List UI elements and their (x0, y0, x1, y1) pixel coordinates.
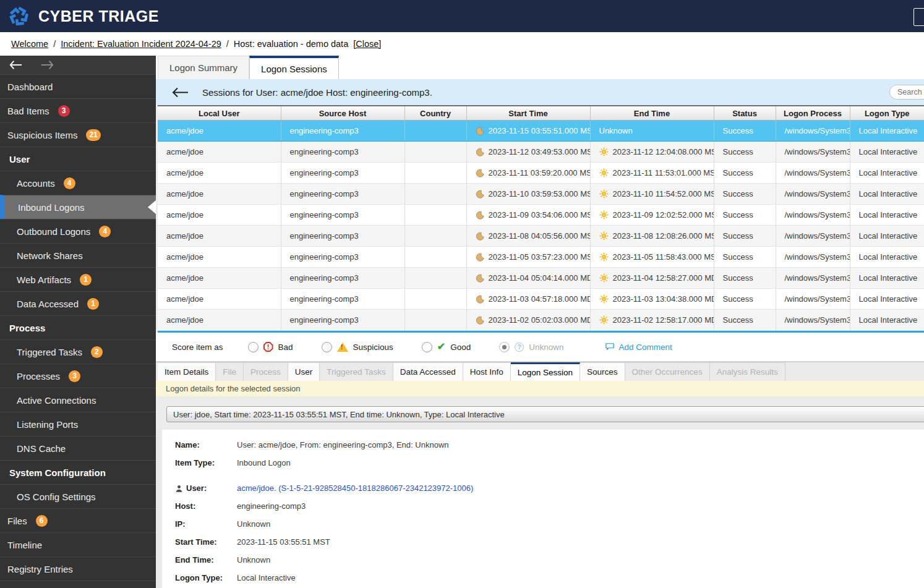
cell-logon-type: Local Interactive (850, 163, 924, 184)
sidebar-item-os-config-settings[interactable]: OS Config Settings (0, 484, 156, 508)
detail-label: IP: (175, 519, 237, 529)
sidebar-item-processes[interactable]: Processes3 (0, 364, 156, 388)
column-header-country[interactable]: Country (404, 106, 466, 121)
breadcrumb-incident-link[interactable]: Incident: Evaluation Incident 2024-04-29 (61, 39, 221, 49)
cell-start-time: 2023-11-03 04:57:18.000 MDT (466, 289, 590, 310)
cell-start-time: 2023-11-11 03:59:20.000 MST (466, 163, 590, 184)
score-option-label: Bad (278, 343, 293, 352)
sidebar-item-process: Process (0, 315, 156, 339)
session-table-row[interactable]: acme/jdoeengineering-comp32023-11-11 03:… (158, 163, 924, 184)
detail-value: Unknown (237, 555, 270, 565)
sidebar-item-data-accessed[interactable]: Data Accessed1 (0, 291, 156, 315)
sun-icon (599, 231, 609, 241)
table-header-row: Local UserSource HostCountryStart TimeEn… (158, 106, 924, 121)
session-table-row[interactable]: acme/jdoeengineering-comp32023-11-12 03:… (158, 142, 924, 163)
column-header-logon-type[interactable]: Logon Type (850, 106, 924, 121)
detail-tab-data-accessed[interactable]: Data Accessed (393, 362, 463, 381)
sidebar-item-label: Process (9, 323, 45, 333)
radio-suspicious[interactable] (322, 342, 332, 352)
logon-details-notice: Logon details for the selected session (156, 381, 924, 396)
moon-icon (476, 127, 484, 135)
session-table-row[interactable]: acme/jdoeengineering-comp32023-11-08 04:… (158, 226, 924, 247)
detail-tab-sources[interactable]: Sources (580, 362, 625, 381)
sidebar-item-registry-entries[interactable]: Registry Entries (0, 556, 156, 581)
tab-logon-sessions[interactable]: Logon Sessions (249, 56, 339, 79)
sidebar-item-label: Active Connections (17, 395, 96, 406)
selected-item-arrow-icon (148, 200, 156, 214)
detail-tab-triggered-tasks: Triggered Tasks (320, 362, 393, 381)
detail-tab-logon-session[interactable]: Logon Session (511, 362, 580, 381)
header-edge-button[interactable] (913, 8, 924, 26)
session-table-row[interactable]: acme/jdoeengineering-comp32023-11-02 05:… (158, 310, 924, 331)
sidebar-item-user: User (0, 147, 156, 171)
breadcrumb-welcome-link[interactable]: Welcome (11, 39, 48, 49)
session-table-row[interactable]: acme/jdoeengineering-comp32023-11-10 03:… (158, 184, 924, 205)
sidebar-item-web-artifacts[interactable]: Web Artifacts1 (0, 267, 156, 291)
column-header-status[interactable]: Status (714, 106, 776, 121)
column-header-end-time[interactable]: End Time (590, 106, 714, 121)
sidebar-item-accounts[interactable]: Accounts4 (0, 171, 156, 195)
sessions-back-arrow-icon[interactable] (172, 87, 189, 98)
session-table-row[interactable]: acme/jdoeengineering-comp32023-11-03 04:… (158, 289, 924, 310)
detail-row-logon-type: Logon Type:Local Interactive (175, 573, 924, 583)
back-arrow-icon[interactable] (9, 60, 23, 70)
sidebar-item-timeline[interactable]: Timeline (0, 532, 156, 556)
detail-tab-user[interactable]: User (288, 362, 320, 381)
session-table-row[interactable]: acme/jdoeengineering-comp32023-11-09 03:… (158, 205, 924, 226)
detail-tab-item-details[interactable]: Item Details (158, 362, 216, 381)
cell-start-time: 2023-11-15 03:55:51.000 MST (466, 121, 590, 142)
column-header-source-host[interactable]: Source Host (281, 106, 404, 121)
moon-icon (476, 148, 484, 156)
sidebar-item-listening-ports[interactable]: Listening Ports (0, 412, 156, 436)
detail-tab-host-info[interactable]: Host Info (463, 362, 511, 381)
cell-end-time: 2023-11-03 13:04:38.000 MDT (590, 289, 714, 310)
details-scrollbar[interactable] (156, 430, 162, 588)
column-header-logon-process[interactable]: Logon Process (776, 106, 850, 121)
search-input[interactable] (889, 85, 924, 100)
add-comment-button[interactable]: Add Comment (605, 343, 672, 352)
sidebar-item-dns-cache[interactable]: DNS Cache (0, 436, 156, 460)
session-table-row[interactable]: acme/jdoeengineering-comp32023-11-05 03:… (158, 247, 924, 268)
score-option-suspicious[interactable]: Suspicious (322, 342, 393, 352)
session-table-row[interactable]: acme/jdoeengineering-comp32023-11-04 05:… (158, 268, 924, 289)
sidebar-item-active-connections[interactable]: Active Connections (0, 388, 156, 412)
column-header-start-time[interactable]: Start Time (466, 106, 590, 121)
breadcrumb-close-link[interactable]: [Close] (353, 39, 381, 49)
sidebar-item-network-shares[interactable]: Network Shares (0, 243, 156, 267)
sun-icon (599, 210, 609, 219)
sidebar-item-dashboard[interactable]: Dashboard (0, 74, 156, 98)
cell-status: Success (714, 247, 776, 268)
column-header-local-user[interactable]: Local User (158, 106, 281, 121)
cell-logon-type: Local Interactive (850, 289, 924, 310)
cyber-triage-logo-icon (7, 5, 30, 28)
sidebar-item-event-logs[interactable]: Event Logs (0, 581, 156, 588)
cell-status: Success (714, 310, 776, 331)
cell-source-host: engineering-comp3 (281, 268, 404, 289)
sidebar-item-inbound-logons[interactable]: Inbound Logons (0, 195, 156, 219)
check-icon: ✔ (437, 342, 445, 352)
session-table-row[interactable]: acme/jdoeengineering-comp32023-11-15 03:… (158, 121, 924, 142)
cell-local-user: acme/jdoe (158, 163, 281, 184)
cell-logon-process: /windows/System3... (776, 163, 850, 184)
cell-source-host: engineering-comp3 (281, 163, 404, 184)
sidebar-item-label: Timeline (7, 540, 42, 550)
score-option-good[interactable]: ✔Good (422, 342, 471, 352)
detail-value-link[interactable]: acme/jdoe. (S-1-5-21-928528450-181828606… (237, 484, 473, 493)
cell-logon-type: Local Interactive (850, 226, 924, 247)
cell-source-host: engineering-comp3 (281, 121, 404, 142)
radio-unknown[interactable] (499, 342, 510, 352)
score-option-unknown[interactable]: ?Unknown (499, 342, 563, 352)
sidebar-item-files[interactable]: Files6 (0, 508, 156, 532)
sidebar-item-outbound-logons[interactable]: Outbound Logons4 (0, 219, 156, 243)
sidebar-item-suspicious-items[interactable]: Suspicious Items21 (0, 122, 156, 147)
score-option-bad[interactable]: Bad (248, 342, 293, 352)
tab-logon-summary[interactable]: Logon Summary (158, 56, 249, 79)
sidebar-item-bad-items[interactable]: Bad Items3 (0, 98, 156, 122)
radio-bad[interactable] (248, 342, 259, 352)
sidebar-item-triggered-tasks[interactable]: Triggered Tasks2 (0, 339, 156, 364)
radio-good[interactable] (422, 342, 432, 352)
cell-country (404, 121, 466, 142)
detail-label: Start Time: (175, 537, 237, 547)
forward-arrow-icon[interactable] (40, 60, 54, 70)
cell-country (404, 247, 466, 268)
